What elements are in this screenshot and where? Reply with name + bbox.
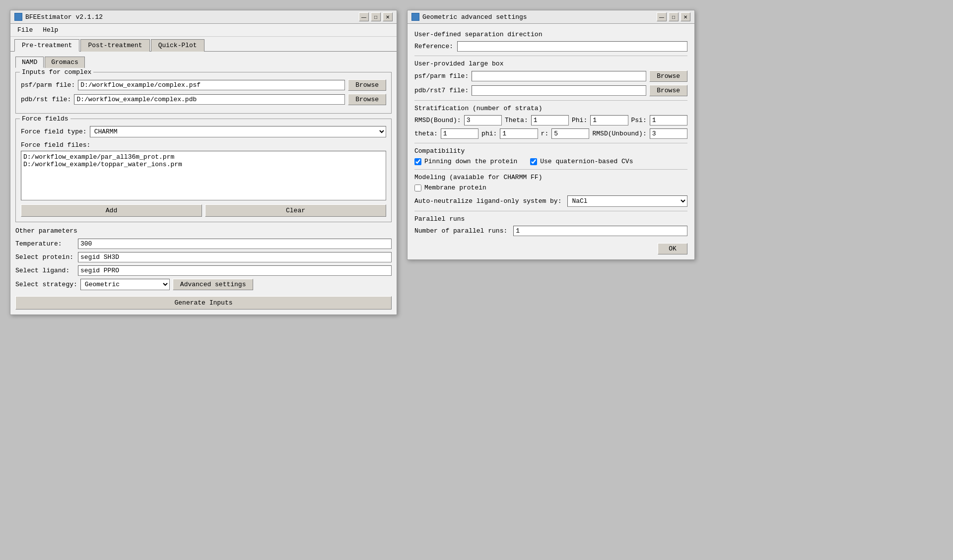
num-runs-input[interactable] [513,226,687,236]
divider-2 [414,100,687,101]
theta-label: Theta: [505,117,528,124]
phi2-input[interactable] [500,128,538,139]
menu-file[interactable]: File [12,25,38,35]
protein-input[interactable] [78,252,392,262]
psi-input[interactable] [650,115,687,125]
geo-pdb-row: pdb/rst7 file: Browse [414,85,687,96]
advanced-settings-button[interactable]: Advanced settings [173,279,254,290]
ff-clear-button[interactable]: Clear [205,204,386,217]
phi2-label: phi: [481,130,497,137]
ff-type-select[interactable]: CHARMM AMBER OPLS [90,126,386,137]
geo-pdb-label: pdb/rst7 file: [414,87,469,94]
temp-input[interactable] [78,239,392,249]
protein-row: Select protein: [15,252,392,262]
main-content-area: NAMD Gromacs Inputs for complex psf/parm… [10,51,397,314]
r-input[interactable] [551,128,589,139]
parallel-runs-row: Number of parallel runs: [414,226,687,236]
theta2-input[interactable] [441,128,478,139]
phi-label: Phi: [572,117,587,124]
membrane-checkbox[interactable] [414,185,421,191]
psf-label: psf/parm file: [21,81,75,89]
complex-group: Inputs for complex psf/parm file: Browse… [15,72,392,114]
geo-pdb-input[interactable] [472,85,646,96]
divider-5 [414,211,687,211]
strategy-select[interactable]: Geometric Alchemical [80,279,170,290]
geo-minimize-button[interactable]: — [657,12,667,21]
geo-pdb-browse-button[interactable]: Browse [649,85,687,96]
subtab-gromacs[interactable]: Gromacs [45,57,85,68]
separation-section-title: User-defined separation direction [414,31,687,38]
ff-files-textarea[interactable] [21,151,386,200]
subtab-namd[interactable]: NAMD [15,57,44,68]
divider-3 [414,143,687,143]
pinning-label: Pinning down the protein [424,158,517,165]
reference-input[interactable] [457,41,687,52]
force-fields-group-title: Force fields [20,115,70,123]
geo-maximize-button[interactable]: □ [669,12,679,21]
reference-row: Reference: [414,41,687,52]
geo-psf-label: psf/parm file: [414,72,469,80]
geo-ok-button[interactable]: OK [658,243,687,254]
minimize-button[interactable]: — [359,12,369,21]
app-icon [14,13,22,21]
theta-input[interactable] [531,115,569,125]
geo-title-bar: Geometric advanced settings — □ ✕ [408,10,694,24]
divider-4 [414,169,687,170]
tab-quickplot[interactable]: Quick-Plot [151,39,204,52]
strat-row-2: theta: phi: r: RMSD(Unbound): [414,128,687,139]
geo-close-button[interactable]: ✕ [681,12,690,21]
neutralize-select[interactable]: NaCl KCl None [567,195,687,207]
force-fields-group: Force fields Force field type: CHARMM AM… [15,119,392,222]
phi-input[interactable] [590,115,628,125]
pdb-row: pdb/rst file: Browse [21,94,386,105]
ff-btn-row: Add Clear [21,204,386,217]
pdb-input[interactable] [74,94,345,105]
geo-psf-input[interactable] [472,71,646,81]
main-window: BFEEstimator v2.1.12 — □ ✕ File Help Pre… [10,10,397,315]
ligand-label: Select ligand: [15,267,75,274]
large-box-section-title: User-provided large box [414,60,687,67]
membrane-row: Membrane protein [414,184,687,191]
main-tab-bar: Pre-treatment Post-treatment Quick-Plot [10,37,397,51]
rmsd-bound-input[interactable] [464,115,502,125]
psf-row: psf/parm file: Browse [21,79,386,91]
geo-window: Geometric advanced settings — □ ✕ User-d… [407,10,695,260]
rmsd-bound-label: RMSD(Bound): [414,117,461,124]
theta2-label: theta: [414,130,438,137]
complex-group-title: Inputs for complex [20,68,93,76]
ligand-input[interactable] [78,265,392,276]
psi-label: Psi: [631,117,647,124]
ff-add-button[interactable]: Add [21,204,202,217]
generate-section: Generate Inputs [15,296,392,310]
geo-psf-browse-button[interactable]: Browse [649,70,687,82]
tab-pretreatment[interactable]: Pre-treatment [14,39,79,52]
geo-psf-row: psf/parm file: Browse [414,70,687,82]
quaternion-checkbox[interactable] [530,158,537,165]
neutralize-label: Auto-neutralize ligand-only system by: [414,197,561,205]
protein-label: Select protein: [15,253,75,261]
close-button[interactable]: ✕ [383,12,393,21]
main-title-bar: BFEEstimator v2.1.12 — □ ✕ [10,10,397,24]
geo-ok-section: OK [414,243,687,254]
ff-files-label: Force field files: [21,141,386,149]
menu-help[interactable]: Help [38,25,63,35]
generate-inputs-button[interactable]: Generate Inputs [15,296,392,310]
compat-section-title: Compatibility [414,147,687,155]
psf-input[interactable] [78,80,345,90]
other-params-title: Other parameters [15,227,392,235]
strategy-row: Select strategy: Geometric Alchemical Ad… [15,279,392,290]
parallel-section-title: Parallel runs [414,215,687,223]
ligand-row: Select ligand: [15,265,392,276]
rmsd-unbound-input[interactable] [650,128,687,139]
membrane-label: Membrane protein [424,184,486,191]
main-window-title: BFEEstimator v2.1.12 [25,13,103,21]
pdb-browse-button[interactable]: Browse [348,94,386,105]
r-label: r: [541,130,549,137]
psf-browse-button[interactable]: Browse [348,79,386,91]
neutralize-row: Auto-neutralize ligand-only system by: N… [414,195,687,207]
tab-posttreatment[interactable]: Post-treatment [80,39,149,52]
maximize-button[interactable]: □ [371,12,381,21]
reference-label: Reference: [414,43,454,50]
other-params-section: Other parameters Temperature: Select pro… [15,227,392,290]
pinning-checkbox[interactable] [414,158,421,165]
